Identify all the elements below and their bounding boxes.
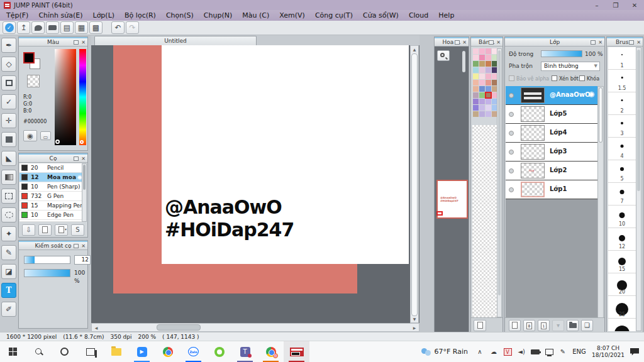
task-view-button[interactable]	[77, 341, 103, 362]
layer-visibility-toggle[interactable]	[509, 131, 514, 136]
new-1bit-layer-button[interactable]: 1	[538, 320, 550, 331]
foreground-color-swatch[interactable]	[23, 52, 35, 63]
story-settings-button[interactable]: ▦	[75, 21, 88, 34]
layer-visibility-toggle[interactable]	[509, 187, 514, 192]
palette-swatch[interactable]	[473, 61, 479, 67]
zoom-app-icon[interactable]: ▶	[129, 341, 155, 362]
brush-opacity-slider[interactable]	[24, 269, 70, 277]
redo-button[interactable]: ↷	[126, 21, 139, 34]
document-tab[interactable]: Untitled	[94, 36, 257, 45]
taskbar-clock[interactable]: 8:07 CH 18/10/2021	[589, 345, 628, 359]
layer-row[interactable]: Lớp5	[506, 105, 599, 124]
page-manager-button[interactable]: ▩	[89, 21, 103, 34]
brush-size-item[interactable]: 12	[608, 228, 636, 251]
menu-item-2[interactable]: Lớp(L)	[88, 10, 120, 21]
layer-visibility-toggle[interactable]	[509, 93, 514, 98]
brush-size-item[interactable]: 1	[608, 47, 636, 70]
cortana-button[interactable]	[52, 341, 77, 362]
file-explorer-icon[interactable]	[103, 341, 129, 362]
navigator-preview[interactable]: @AnaaOwO #HOiDap247	[436, 180, 468, 219]
brush-size-item[interactable]: 2	[608, 92, 636, 115]
palette-swatch[interactable]	[486, 80, 491, 85]
palette-swatch[interactable]	[479, 92, 485, 98]
duplicate-brush-button[interactable]: ▾	[55, 224, 68, 236]
magic-wand-tool[interactable]: ✦	[1, 226, 16, 241]
hue-slider[interactable]	[79, 49, 86, 145]
weather-widget[interactable]: 67°F Rain	[421, 348, 469, 356]
canvas-horizontal-scrollbar[interactable]: ◀ ▶	[91, 323, 419, 332]
panel-popup-icon[interactable]	[455, 40, 460, 45]
zalo-icon[interactable]: Zalo	[180, 341, 206, 362]
sv-picker-ring[interactable]	[55, 140, 60, 144]
lasso-select-tool[interactable]	[1, 207, 16, 222]
minimize-button[interactable]: –	[587, 0, 606, 10]
panel-close-icon[interactable]: ✕	[462, 39, 467, 46]
scroll-up-icon[interactable]: ▲	[411, 47, 418, 52]
brush-size-scrollbar[interactable]	[636, 47, 641, 331]
panel-close-icon[interactable]: ✕	[598, 39, 602, 46]
download-brush-button[interactable]: ⇩	[22, 224, 35, 236]
palette-swatch[interactable]	[486, 67, 491, 73]
panel-frame-tool[interactable]	[1, 75, 16, 90]
document-button[interactable]: ▤	[60, 21, 74, 34]
palette-swatch[interactable]	[479, 74, 485, 79]
clipping-checkbox[interactable]	[552, 75, 557, 81]
publish-button[interactable]: ↥	[17, 21, 30, 34]
palette-swatch[interactable]	[486, 55, 491, 60]
palette-swatch[interactable]	[473, 80, 479, 85]
polygon-select-tool[interactable]: ✐	[1, 302, 16, 317]
brush-size-item[interactable]	[608, 319, 636, 329]
curve-tool[interactable]: ✓	[1, 94, 16, 109]
palette-swatch[interactable]	[479, 105, 485, 111]
gradient-tool[interactable]	[1, 170, 16, 185]
new-folder-button[interactable]	[567, 320, 579, 331]
hscroll-thumb[interactable]	[157, 324, 201, 331]
cloud-sync-button[interactable]: ✓	[3, 21, 16, 34]
figure-tool[interactable]	[1, 132, 16, 147]
navigator-view-rectangle[interactable]	[436, 211, 443, 216]
palette-swatch[interactable]	[479, 48, 485, 54]
panel-popup-icon[interactable]	[629, 40, 634, 45]
palette-swatch[interactable]	[473, 55, 479, 60]
panel-popup-icon[interactable]	[489, 40, 494, 45]
blend-mode-dropdown[interactable]: Bình thường▼	[541, 62, 600, 71]
brush-size-value[interactable]: 12	[74, 255, 91, 265]
menu-item-10[interactable]: Cloud	[404, 10, 433, 21]
canvas-viewport[interactable]: @AnaaOwO #HOiDap247 ▲ ▼	[91, 45, 419, 323]
palette-swatch[interactable]	[473, 74, 479, 79]
start-button[interactable]	[0, 341, 26, 362]
palette-swatch[interactable]	[486, 105, 491, 111]
panel-close-icon[interactable]: ✕	[81, 39, 86, 46]
palette-swatch[interactable]	[486, 86, 491, 92]
menu-item-8[interactable]: Công cụ(T)	[310, 10, 358, 21]
canvas-vertical-scrollbar[interactable]: ▲ ▼	[410, 45, 419, 323]
vscroll-thumb[interactable]	[411, 53, 418, 316]
close-button[interactable]: ✕	[625, 0, 644, 10]
palette-swatch[interactable]	[473, 111, 479, 117]
select-pen-tool[interactable]: ✎	[1, 245, 16, 260]
panel-popup-icon[interactable]	[74, 156, 79, 161]
chrome-icon[interactable]	[155, 341, 180, 362]
layer-row[interactable]: Lớp1	[506, 180, 599, 199]
scroll-right-icon[interactable]: ▶	[411, 326, 418, 330]
palette-swatch[interactable]	[486, 74, 491, 79]
palette-swatch[interactable]	[473, 92, 479, 98]
palette-swatch[interactable]	[479, 67, 485, 73]
menu-item-9[interactable]: Cửa sổ(W)	[358, 10, 404, 21]
scroll-down-icon[interactable]: ▼	[411, 317, 418, 321]
palette-swatch[interactable]	[479, 111, 485, 117]
palette-scrollbar[interactable]	[497, 48, 502, 317]
panel-close-icon[interactable]: ✕	[81, 155, 86, 162]
brush-list-item[interactable]: 10Edge Pen	[19, 211, 83, 220]
palette-swatch[interactable]	[473, 67, 479, 73]
search-button[interactable]	[26, 341, 52, 362]
rect-select-tool[interactable]	[1, 189, 16, 204]
palette-swatch[interactable]	[486, 111, 491, 117]
new-brush-button[interactable]	[38, 224, 52, 236]
brush-size-item[interactable]: 7	[608, 183, 636, 206]
palette-swatch[interactable]	[479, 55, 485, 60]
brush-list-item[interactable]: 10Pen (Sharp)	[19, 182, 83, 192]
layer-visibility-toggle[interactable]	[509, 112, 514, 117]
new-8bit-layer-button[interactable]: 8	[523, 320, 535, 331]
comment-button[interactable]	[31, 21, 45, 34]
